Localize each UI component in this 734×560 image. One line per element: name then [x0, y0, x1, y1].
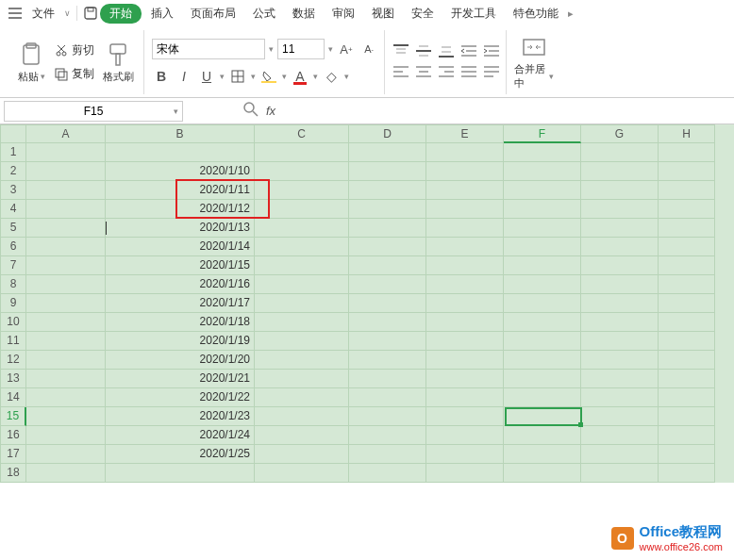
cut-button[interactable]: 剪切	[51, 41, 98, 60]
cell[interactable]	[26, 426, 106, 445]
cell[interactable]	[659, 332, 715, 351]
row-header[interactable]: 3	[0, 181, 26, 200]
cell[interactable]	[255, 388, 349, 407]
select-all-corner[interactable]	[0, 124, 26, 143]
cell[interactable]	[504, 445, 581, 464]
cell[interactable]: 2020/1/11	[106, 181, 255, 200]
cell[interactable]	[255, 256, 349, 275]
cell[interactable]	[426, 351, 504, 370]
col-header-F[interactable]: F	[504, 124, 581, 143]
cell[interactable]	[349, 238, 426, 256]
cell[interactable]	[349, 275, 426, 294]
cell[interactable]	[426, 313, 504, 332]
cell[interactable]	[659, 162, 715, 181]
cell[interactable]: 2020/1/15	[106, 256, 255, 275]
cell[interactable]	[659, 313, 715, 332]
indent-increase-icon[interactable]	[483, 44, 500, 59]
row-header[interactable]: 13	[0, 370, 26, 388]
cell[interactable]	[255, 275, 349, 294]
col-header-B[interactable]: B	[106, 124, 255, 143]
cell[interactable]: 2020/1/24	[106, 426, 255, 445]
menu-review[interactable]: 审阅	[325, 3, 362, 25]
row-header[interactable]: 11	[0, 332, 26, 351]
row-header[interactable]: 8	[0, 275, 26, 294]
cell[interactable]	[26, 332, 106, 351]
shrink-font-icon[interactable]: A-	[359, 40, 378, 58]
cell[interactable]	[659, 388, 715, 407]
cell[interactable]	[426, 256, 504, 275]
font-color-button[interactable]: A	[291, 67, 309, 86]
font-name-select[interactable]	[152, 39, 265, 59]
italic-button[interactable]: I	[175, 67, 193, 86]
row-header[interactable]: 7	[0, 256, 26, 275]
format-painter-button[interactable]: 格式刷	[98, 41, 138, 84]
cell[interactable]	[255, 200, 349, 219]
cell[interactable]	[426, 162, 504, 181]
distribute-icon[interactable]	[483, 65, 500, 80]
zoom-icon[interactable]	[243, 102, 259, 121]
menu-file[interactable]: 文件	[25, 3, 62, 25]
cell[interactable]	[255, 181, 349, 200]
menu-data[interactable]: 数据	[285, 3, 323, 25]
cell[interactable]	[349, 426, 426, 445]
cell[interactable]	[349, 445, 426, 464]
cell[interactable]	[349, 294, 426, 313]
cell[interactable]	[349, 162, 426, 181]
cell[interactable]: 2020/1/13	[106, 219, 255, 238]
cell[interactable]	[26, 238, 106, 256]
row-header[interactable]: 15	[0, 407, 26, 426]
bold-button[interactable]: B	[152, 67, 171, 86]
cell[interactable]	[504, 162, 581, 181]
cell[interactable]	[581, 200, 659, 219]
col-header-E[interactable]: E	[426, 124, 504, 143]
cell[interactable]	[26, 181, 106, 200]
hamburger-icon[interactable]	[8, 6, 23, 21]
name-box[interactable]: F15 ▾	[4, 101, 183, 122]
cell[interactable]	[659, 238, 715, 256]
cell[interactable]	[349, 370, 426, 388]
row-header[interactable]: 12	[0, 351, 26, 370]
cell[interactable]	[349, 143, 426, 162]
cell[interactable]	[581, 238, 659, 256]
cell[interactable]	[659, 143, 715, 162]
row-header[interactable]: 6	[0, 238, 26, 256]
cell[interactable]	[581, 143, 659, 162]
cell[interactable]	[581, 313, 659, 332]
cell[interactable]	[659, 219, 715, 238]
row-header[interactable]: 14	[0, 388, 26, 407]
cell[interactable]	[255, 407, 349, 426]
menu-page-layout[interactable]: 页面布局	[183, 3, 243, 25]
menu-dev-tools[interactable]: 开发工具	[443, 3, 504, 25]
row-header[interactable]: 17	[0, 445, 26, 464]
cell[interactable]	[255, 445, 349, 464]
cell[interactable]	[504, 181, 581, 200]
cell[interactable]	[26, 388, 106, 407]
cell[interactable]	[26, 407, 106, 426]
row-header[interactable]: 2	[0, 162, 26, 181]
row-header[interactable]: 16	[0, 426, 26, 445]
cell[interactable]	[659, 351, 715, 370]
cell[interactable]	[349, 351, 426, 370]
cell[interactable]	[426, 275, 504, 294]
cell[interactable]	[581, 388, 659, 407]
cell[interactable]	[349, 181, 426, 200]
row-header[interactable]: 9	[0, 294, 26, 313]
align-left-icon[interactable]	[392, 65, 409, 80]
cell[interactable]	[255, 351, 349, 370]
chevron-down-icon[interactable]: ▾	[251, 72, 256, 81]
chevron-down-icon[interactable]: ▾	[344, 72, 349, 81]
row-header[interactable]: 1	[0, 143, 26, 162]
cell[interactable]	[26, 464, 106, 483]
col-header-H[interactable]: H	[659, 124, 715, 143]
cell[interactable]	[504, 238, 581, 256]
cell[interactable]	[26, 445, 106, 464]
cell[interactable]	[349, 464, 426, 483]
align-top-icon[interactable]	[392, 44, 409, 59]
col-header-A[interactable]: A	[26, 124, 106, 143]
cell[interactable]	[581, 351, 659, 370]
chevron-down-icon[interactable]: ▾	[313, 72, 318, 81]
cell[interactable]	[255, 294, 349, 313]
cell[interactable]	[426, 238, 504, 256]
cell[interactable]	[659, 181, 715, 200]
row-header[interactable]: 5	[0, 219, 26, 238]
